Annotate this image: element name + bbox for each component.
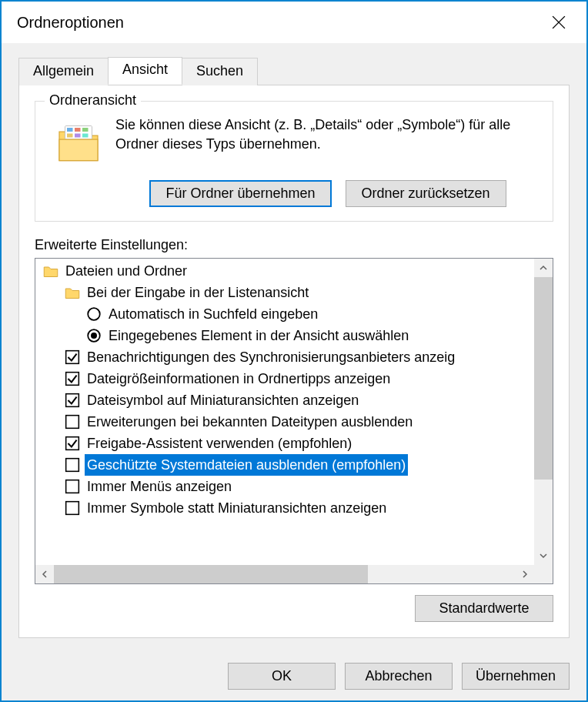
svg-rect-18 bbox=[66, 480, 79, 493]
tab-general[interactable]: Allgemein bbox=[18, 58, 109, 85]
scrollbar-thumb[interactable] bbox=[534, 277, 553, 480]
window-title: Ordneroptionen bbox=[17, 14, 543, 32]
svg-rect-19 bbox=[66, 502, 79, 515]
apply-to-folders-button[interactable]: Für Ordner übernehmen bbox=[149, 180, 331, 207]
radio-checked-icon bbox=[86, 328, 102, 343]
titlebar: Ordneroptionen bbox=[2, 2, 586, 43]
scroll-right-arrow-icon[interactable] bbox=[516, 565, 534, 583]
advanced-settings-label: Erweiterte Einstellungen: bbox=[35, 237, 553, 253]
advanced-settings-tree[interactable]: Dateien und Ordner Bei der Eingabe in de… bbox=[35, 258, 553, 584]
checkbox-unchecked-icon bbox=[65, 414, 80, 430]
tree-option-hide-extensions[interactable]: Erweiterungen bei bekannten Dateitypen a… bbox=[38, 411, 534, 433]
cancel-button[interactable]: Abbrechen bbox=[345, 663, 453, 690]
tree-option-sync-notifications[interactable]: Benachrichtigungen des Synchronisierungs… bbox=[38, 346, 534, 368]
scroll-down-arrow-icon[interactable] bbox=[534, 547, 553, 565]
tree-option-typing-select[interactable]: Eingegebenes Element in der Ansicht ausw… bbox=[38, 325, 534, 346]
checkbox-unchecked-icon bbox=[65, 479, 80, 494]
tree-option-hide-system-files[interactable]: Geschützte Systemdateien ausblenden (emp… bbox=[38, 454, 534, 476]
tree-group-files-and-folders[interactable]: Dateien und Ordner bbox=[38, 260, 534, 282]
svg-rect-6 bbox=[67, 134, 73, 138]
tab-page-view: Ordneransicht bbox=[18, 85, 570, 638]
folder-options-dialog: Ordneroptionen Allgemein Ansicht Suchen … bbox=[0, 0, 588, 702]
tab-view[interactable]: Ansicht bbox=[108, 57, 182, 85]
close-button[interactable] bbox=[543, 7, 574, 38]
tree-option-typing-auto[interactable]: Automatisch in Suchfeld eingeben bbox=[38, 303, 534, 325]
checkbox-checked-icon bbox=[65, 436, 80, 451]
tree-horizontal-scrollbar[interactable] bbox=[35, 565, 553, 583]
svg-rect-13 bbox=[66, 373, 79, 386]
folder-icon bbox=[55, 120, 102, 166]
tab-strip: Allgemein Ansicht Suchen bbox=[18, 57, 570, 85]
tree-option-always-icons[interactable]: Immer Symbole statt Miniaturansichten an… bbox=[38, 497, 534, 519]
reset-folders-button[interactable]: Ordner zurücksetzen bbox=[346, 180, 506, 207]
tree-option-always-menus[interactable]: Immer Menüs anzeigen bbox=[38, 476, 534, 497]
tree-option-sharing-wizard[interactable]: Freigabe-Assistent verwenden (empfohlen) bbox=[38, 433, 534, 454]
dialog-client-area: Allgemein Ansicht Suchen Ordneransicht bbox=[2, 43, 586, 652]
folder-view-group: Ordneransicht bbox=[35, 101, 553, 222]
scrollbar-thumb[interactable] bbox=[54, 565, 368, 583]
folder-small-icon bbox=[43, 263, 58, 279]
dialog-button-bar: OK Abbrechen Übernehmen bbox=[2, 652, 586, 700]
apply-button[interactable]: Übernehmen bbox=[462, 663, 570, 690]
checkbox-checked-icon bbox=[65, 371, 80, 386]
svg-point-9 bbox=[88, 308, 100, 320]
folder-view-legend: Ordneransicht bbox=[45, 92, 141, 109]
svg-rect-3 bbox=[67, 128, 73, 132]
checkbox-checked-icon bbox=[65, 349, 80, 365]
svg-rect-7 bbox=[75, 134, 81, 138]
tree-vertical-scrollbar[interactable] bbox=[534, 259, 553, 565]
checkbox-unchecked-icon bbox=[65, 457, 80, 473]
svg-rect-8 bbox=[82, 134, 89, 138]
svg-rect-17 bbox=[66, 459, 79, 472]
svg-rect-15 bbox=[66, 416, 79, 429]
svg-rect-5 bbox=[82, 128, 89, 132]
svg-rect-16 bbox=[66, 437, 79, 450]
radio-unchecked-icon bbox=[86, 306, 102, 322]
svg-rect-4 bbox=[75, 128, 81, 132]
scroll-left-arrow-icon[interactable] bbox=[35, 565, 54, 583]
ok-button[interactable]: OK bbox=[228, 663, 336, 690]
folder-small-icon bbox=[65, 285, 80, 300]
tab-search[interactable]: Suchen bbox=[182, 58, 258, 85]
close-icon bbox=[552, 15, 566, 29]
tree-group-typing[interactable]: Bei der Eingabe in der Listenansicht bbox=[38, 282, 534, 303]
folder-view-description: Sie können diese Ansicht (z. B. „Details… bbox=[115, 115, 540, 154]
svg-point-11 bbox=[91, 333, 97, 339]
scroll-up-arrow-icon[interactable] bbox=[534, 259, 553, 277]
svg-rect-12 bbox=[66, 351, 79, 364]
tree-option-icon-on-thumb[interactable]: Dateisymbol auf Miniaturansichten anzeig… bbox=[38, 389, 534, 411]
tree-option-size-info[interactable]: Dateigrößeinformationen in Ordnertipps a… bbox=[38, 368, 534, 389]
svg-rect-14 bbox=[66, 394, 79, 407]
checkbox-checked-icon bbox=[65, 393, 80, 408]
checkbox-unchecked-icon bbox=[65, 500, 80, 516]
restore-defaults-button[interactable]: Standardwerte bbox=[415, 595, 553, 622]
